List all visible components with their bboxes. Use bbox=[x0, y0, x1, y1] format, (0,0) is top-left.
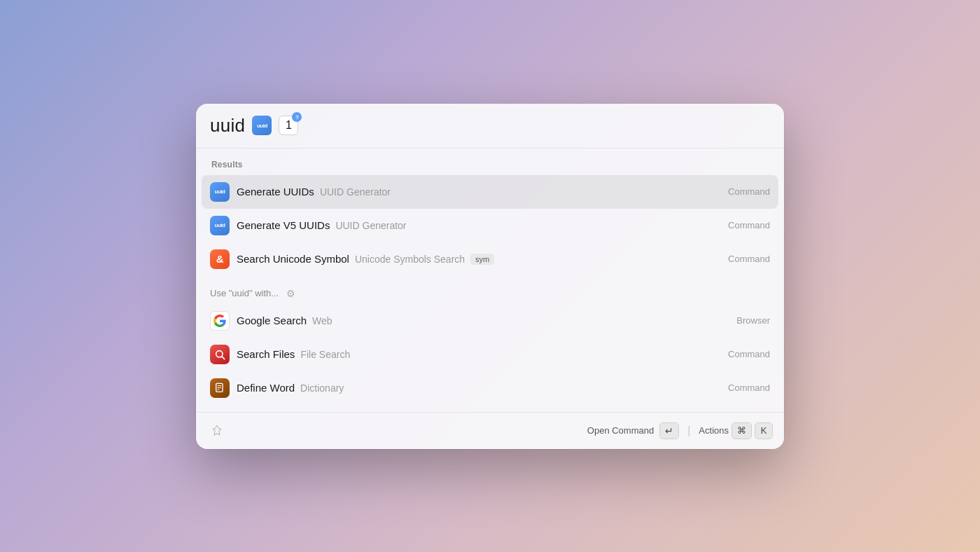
use-with-section: Use "uuid" with... ⚙ bbox=[196, 276, 784, 304]
token-number-box: 1 ? bbox=[279, 116, 298, 135]
result-name-files: Search Files bbox=[237, 348, 295, 360]
result-text-1: Generate UUIDs UUID Generator bbox=[237, 186, 728, 198]
open-command-label: Open Command bbox=[587, 425, 654, 436]
result-shortcut-files: Command bbox=[728, 349, 770, 359]
result-shortcut-google: Browser bbox=[736, 315, 770, 326]
footer-left bbox=[207, 421, 227, 441]
result-text-2: Generate V5 UUIDs UUID Generator bbox=[237, 219, 728, 231]
result-name-define: Define Word bbox=[237, 382, 295, 394]
result-badge-sym: sym bbox=[470, 254, 494, 265]
result-name-3: Search Unicode Symbol bbox=[237, 253, 349, 265]
result-source-1: UUID Generator bbox=[320, 186, 391, 198]
result-item-generate-v5-uuids[interactable]: uuid Generate V5 UUIDs UUID Generator Co… bbox=[202, 209, 778, 242]
result-item-search-unicode[interactable]: & Search Unicode Symbol Unicode Symbols … bbox=[202, 242, 778, 276]
result-text-3: Search Unicode Symbol Unicode Symbols Se… bbox=[237, 253, 728, 265]
result-source-define: Dictionary bbox=[300, 382, 344, 394]
gear-icon[interactable]: ⚙ bbox=[284, 287, 297, 300]
result-text-files: Search Files File Search bbox=[237, 348, 728, 360]
result-source-2: UUID Generator bbox=[335, 220, 406, 231]
svg-line-1 bbox=[222, 357, 225, 359]
result-source-files: File Search bbox=[300, 349, 350, 360]
footer-separator: | bbox=[687, 425, 690, 437]
result-item-search-files[interactable]: Search Files File Search Command bbox=[202, 338, 778, 371]
result-text-google: Google Search Web bbox=[237, 315, 736, 326]
result-name-1: Generate UUIDs bbox=[237, 186, 314, 198]
define-word-icon bbox=[210, 378, 230, 398]
token-number-badge: ? bbox=[292, 112, 302, 122]
enter-key: ↵ bbox=[659, 422, 679, 439]
actions-label: Actions bbox=[699, 425, 729, 436]
result-text-define: Define Word Dictionary bbox=[237, 382, 728, 394]
result-source-google: Web bbox=[312, 315, 332, 326]
result-shortcut-1: Command bbox=[728, 186, 770, 197]
use-with-text: Use "uuid" with... bbox=[210, 288, 279, 298]
number-token: 1 ? bbox=[279, 116, 298, 135]
uuid-token-text: uuid bbox=[257, 123, 267, 129]
result-item-define-word[interactable]: Define Word Dictionary Command bbox=[202, 371, 778, 405]
uuid-icon-2: uuid bbox=[210, 216, 230, 235]
result-name-2: Generate V5 UUIDs bbox=[237, 219, 330, 231]
spotlight-window: uuid uuid 1 ? Results uuid bbox=[196, 104, 784, 449]
results-section: Results uuid Generate UUIDs UUID Generat… bbox=[196, 149, 784, 276]
ampersand-icon: & bbox=[210, 249, 230, 269]
result-shortcut-2: Command bbox=[728, 220, 770, 230]
uuid-icon-1: uuid bbox=[210, 182, 230, 202]
k-key: K bbox=[755, 422, 773, 439]
result-item-generate-uuids[interactable]: uuid Generate UUIDs UUID Generator Comma… bbox=[202, 175, 778, 209]
pin-icon[interactable] bbox=[207, 421, 227, 441]
result-source-3: Unicode Symbols Search bbox=[355, 254, 465, 265]
search-files-icon bbox=[210, 345, 230, 364]
search-token: uuid bbox=[252, 116, 272, 135]
result-shortcut-3: Command bbox=[728, 254, 770, 264]
cmd-key: ⌘ bbox=[732, 422, 752, 439]
search-query: uuid bbox=[210, 115, 245, 137]
token-number-value: 1 bbox=[286, 119, 292, 132]
uuid-token-icon: uuid bbox=[252, 116, 272, 135]
footer: Open Command ↵ | Actions ⌘ K bbox=[196, 412, 784, 449]
use-with-label: Use "uuid" with... ⚙ bbox=[210, 287, 770, 300]
token-number-wrapper: 1 ? bbox=[279, 116, 298, 135]
footer-right: Open Command ↵ | Actions ⌘ K bbox=[587, 422, 773, 439]
actions-group: Actions ⌘ K bbox=[699, 422, 773, 439]
result-shortcut-define: Command bbox=[728, 382, 770, 393]
results-section-label: Results bbox=[196, 157, 784, 175]
search-bar: uuid uuid 1 ? bbox=[196, 104, 784, 149]
result-item-google-search[interactable]: Google Search Web Browser bbox=[202, 304, 778, 338]
result-name-google: Google Search bbox=[237, 315, 307, 326]
google-icon bbox=[210, 311, 230, 331]
